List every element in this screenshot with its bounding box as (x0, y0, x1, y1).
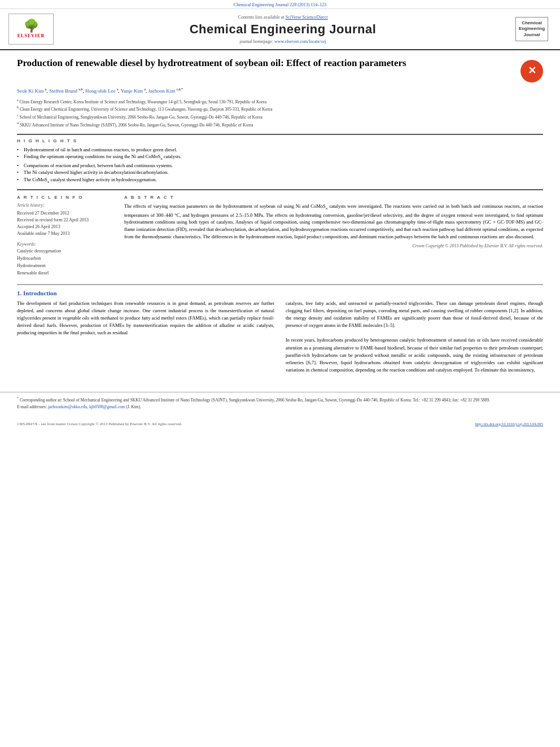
journal-label: ChemicalEngineeringJournal (515, 17, 548, 41)
authors-line: Seok Ki Kim a, Steffen Brand a,b, Hong-s… (17, 87, 543, 95)
article-title: Production of renewable diesel by hydrot… (17, 57, 520, 69)
highlight-2: Finding the optimum operating conditions… (17, 153, 543, 161)
author-jaehoon[interactable]: Jaehoon Kim (148, 88, 175, 94)
sciverse-line: Contents lists available at SciVerse Sci… (238, 15, 328, 20)
intro-col-left: The development of fuel production techn… (17, 300, 274, 374)
affil-b-sup: b (17, 106, 19, 109)
history-label: Article history: (17, 203, 113, 208)
email-line: E-mail addresses: jaehoonkim@skku.edu, k… (17, 404, 543, 410)
divider-article-info (17, 189, 543, 190)
keywords-label: Keywords: (17, 242, 113, 247)
available-date: Available online 7 May 2013 (17, 230, 113, 237)
footnote-star-sup: * (17, 396, 19, 400)
affil-d: d SKKU Advanced Institute of Nano Techno… (17, 121, 543, 128)
email-1[interactable]: jaehoonkim@skku.edu (48, 404, 87, 409)
received-date: Received 27 December 2012 (17, 210, 113, 217)
highlights-label: H I G H L I G H T S (17, 138, 543, 143)
journal-title-area: Contents lists available at SciVerse Sci… (62, 14, 504, 45)
divider-highlights (17, 134, 543, 135)
affil-b: b Clean Energy and Chemical Engineering,… (17, 105, 543, 112)
article-title-row: Production of renewable diesel by hydrot… (17, 57, 543, 82)
intro-text-left: The development of fuel production techn… (17, 300, 274, 337)
copyright-line: Crown Copyright © 2013 Published by Else… (124, 243, 543, 248)
article-info-label: A R T I C L E I N F O (17, 195, 113, 200)
sciverse-link[interactable]: SciVerse ScienceDirect (286, 15, 328, 20)
affil-c: c School of Mechanical Engineering, Sung… (17, 113, 543, 120)
highlight-3: Comparisons of reaction and product, bet… (17, 162, 543, 169)
revised-date: Received in revised form 22 April 2013 (17, 217, 113, 224)
affil-a: a Clean Energy Research Center, Korea In… (17, 98, 543, 105)
elsevier-brand-text: ELSEVIER (18, 33, 45, 38)
abstract-col: A B S T R A C T The effects of varying r… (124, 195, 543, 277)
info-abstract-section: A R T I C L E I N F O Article history: R… (17, 195, 543, 277)
doi-link[interactable]: http://dx.doi.org/10.1016/j.cej.2013.04.… (475, 422, 543, 426)
keyword-1: Catalytic deoxygenation (17, 248, 113, 255)
corresponding-author-note: * Corresponding author at: School of Mec… (17, 396, 543, 404)
highlights-list: Hydrotreatment of oil in batch and conti… (17, 146, 543, 185)
author-seokki-sup: a (45, 88, 47, 91)
homepage-label: journal homepage: (239, 39, 274, 44)
affil-a-text: Clean Energy Research Center, Korea Inst… (20, 99, 267, 104)
affil-a-sup: a (17, 98, 19, 102)
author-steffen[interactable]: Steffen Brand (49, 88, 77, 94)
crossmark-badge[interactable]: ✕ (520, 60, 543, 82)
affil-d-sup: d (17, 121, 19, 125)
journal-label-box: ChemicalEngineeringJournal (509, 14, 554, 45)
highlight-4: The Ni catalyst showed higher activity i… (17, 169, 543, 176)
journal-header: 🌳 ELSEVIER Contents lists available at S… (0, 9, 560, 50)
publisher-logo-area: 🌳 ELSEVIER (6, 14, 56, 45)
highlight-5: The CoMoSx catalyst showed higher activi… (17, 176, 543, 185)
keyword-3: Hydrotreatment (17, 263, 113, 270)
article-footnotes: * Corresponding author at: School of Mec… (0, 392, 560, 414)
affil-d-text: SKKU Advanced Institute of Nano Technolo… (20, 122, 253, 127)
introduction-section: 1. Introduction The development of fuel … (17, 284, 543, 374)
email-2[interactable]: kjh0508@gmail.com (89, 404, 125, 409)
journal-reference: Chemical Engineering Journal 228 (2013) … (234, 2, 326, 7)
author-seokki[interactable]: Seok Ki Kim (17, 88, 44, 94)
article-info-col: A R T I C L E I N F O Article history: R… (17, 195, 113, 277)
journal-homepage: journal homepage: www.elsevier.com/locat… (239, 39, 326, 44)
intro-col-right: catalysts, free fatty acids, and unreact… (286, 300, 543, 374)
elsevier-logo: 🌳 ELSEVIER (8, 14, 54, 45)
author-jaehoon-sup: c,d,* (176, 88, 183, 91)
highlight-1: Hydrotreatment of oil in batch and conti… (17, 146, 543, 154)
author-yunje-sup: a (144, 88, 146, 91)
homepage-link[interactable]: www.elsevier.com/locate/cej (274, 39, 326, 44)
keyword-4: Renewable diesel (17, 270, 113, 277)
contents-list-text: Contents lists available at (238, 15, 285, 20)
journal-reference-bar: Chemical Engineering Journal 228 (2013) … (0, 0, 560, 9)
journal-title: Chemical Engineering Journal (190, 22, 377, 37)
author-yunje[interactable]: Yunje Kim (121, 88, 143, 94)
author-steffen-sup: a,b (78, 88, 82, 91)
article-area: Production of renewable diesel by hydrot… (0, 50, 560, 381)
intro-title: 1. Introduction (17, 290, 543, 296)
page: Chemical Engineering Journal 228 (2013) … (0, 0, 560, 747)
affil-b-text: Clean Energy and Chemical Engineering, U… (20, 107, 273, 112)
footer-issn: 1385-8947/$ – see front matter Crown Cop… (17, 422, 182, 426)
abstract-label: A B S T R A C T (124, 195, 543, 200)
author-hongshik[interactable]: Hong-shik Lee (85, 88, 116, 94)
affil-c-text: School of Mechanical Engineering, Sungky… (20, 115, 262, 120)
tree-icon: 🌳 (24, 20, 39, 32)
intro-body: The development of fuel production techn… (17, 300, 543, 374)
footer-bottom: 1385-8947/$ – see front matter Crown Cop… (0, 420, 560, 429)
intro-text-right: catalysts, free fatty acids, and unreact… (286, 300, 543, 374)
footer-doi: http://dx.doi.org/10.1016/j.cej.2013.04.… (475, 422, 543, 426)
affiliations: a Clean Energy Research Center, Korea In… (17, 98, 543, 128)
author-hongshik-sup: a (117, 88, 119, 91)
affil-c-sup: c (17, 113, 19, 117)
accepted-date: Accepted 26 April 2013 (17, 224, 113, 230)
keyword-2: Hydrocarbon (17, 255, 113, 263)
abstract-text: The effects of varying reaction paramete… (124, 203, 543, 240)
